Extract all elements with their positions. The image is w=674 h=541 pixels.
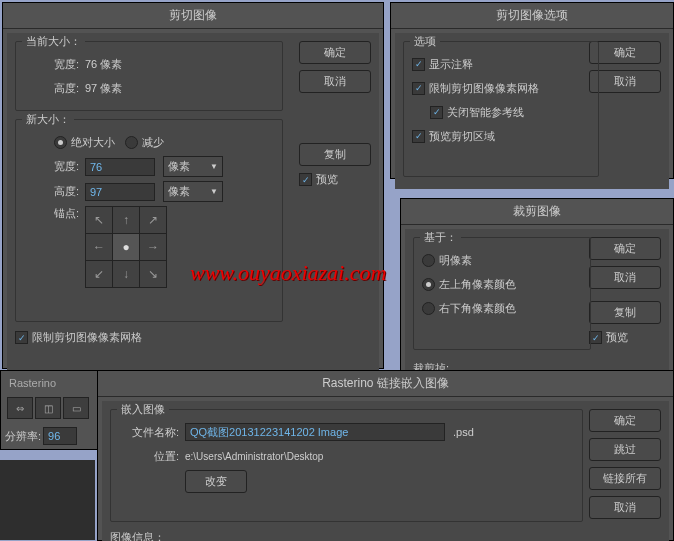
filename-label: 文件名称:	[119, 425, 179, 440]
crop-image-panel: 裁剪图像 确定 取消 复制 ✓预览 基于： 明像素 左上角像素颜色 右下角像素颜…	[400, 198, 674, 390]
ok-button[interactable]: 确定	[299, 41, 371, 64]
resolution-label: 分辨率:	[5, 429, 41, 444]
link-embed-panel: Rasterino 链接嵌入图像 确定 跳过 链接所有 取消 嵌入图像 文件名称…	[97, 370, 674, 541]
decrease-radio[interactable]: 减少	[125, 135, 164, 150]
new-height-label: 高度:	[24, 184, 79, 199]
anchor-grid: ↖ ↑ ↗ ← ● → ↙ ↓ ↘	[85, 206, 167, 288]
height-unit-select[interactable]: 像素▼	[163, 181, 223, 202]
location-value: e:\Users\Administrator\Desktop	[185, 451, 323, 462]
anchor-w[interactable]: ←	[86, 234, 112, 260]
cancel-button[interactable]: 取消	[589, 496, 661, 519]
constrain-grid-checkbox[interactable]: ✓限制剪切图像像素网格	[412, 81, 539, 96]
panel-title: 剪切图像选项	[391, 3, 673, 29]
image-info-label: 图像信息：	[110, 531, 165, 541]
anchor-e[interactable]: →	[140, 234, 166, 260]
file-ext: .psd	[453, 426, 474, 438]
panel-title: 剪切图像	[3, 3, 383, 29]
ok-button[interactable]: 确定	[589, 237, 661, 260]
filename-input[interactable]	[185, 423, 445, 441]
ok-button[interactable]: 确定	[589, 409, 661, 432]
crop-icon[interactable]: ◫	[35, 397, 61, 419]
change-button[interactable]: 改变	[185, 470, 247, 493]
copy-button[interactable]: 复制	[299, 143, 371, 166]
topleft-radio[interactable]: 左上角像素颜色	[422, 277, 516, 292]
new-size-label: 新大小：	[22, 112, 74, 127]
location-label: 位置:	[119, 449, 179, 464]
new-height-input[interactable]	[85, 183, 155, 201]
trim-image-panel: 剪切图像 确定 取消 当前大小： 宽度:76 像素 高度:97 像素 复制 ✓预…	[2, 2, 384, 369]
ok-button[interactable]: 确定	[589, 41, 661, 64]
width-label: 宽度:	[24, 57, 79, 72]
cancel-button[interactable]: 取消	[589, 266, 661, 289]
disable-guides-checkbox[interactable]: ✓关闭智能参考线	[430, 105, 524, 120]
anchor-n[interactable]: ↑	[113, 207, 139, 233]
preview-checkbox[interactable]: ✓预览	[589, 330, 661, 345]
height-value: 97 像素	[85, 81, 122, 96]
trim-options-panel: 剪切图像选项 确定 取消 选项 ✓显示注释 ✓限制剪切图像像素网格 ✓关闭智能参…	[390, 2, 674, 179]
cancel-button[interactable]: 取消	[589, 70, 661, 93]
panel-title: Rasterino 链接嵌入图像	[98, 371, 673, 397]
show-notes-checkbox[interactable]: ✓显示注释	[412, 57, 473, 72]
sidebar-title: Rasterino	[5, 375, 99, 391]
anchor-center[interactable]: ●	[113, 234, 139, 260]
constrain-checkbox[interactable]: ✓限制剪切图像像素网格	[15, 330, 142, 345]
width-unit-select[interactable]: 像素▼	[163, 156, 223, 177]
copy-button[interactable]: 复制	[589, 301, 661, 324]
anchor-label: 锚点:	[24, 206, 79, 221]
absolute-radio[interactable]: 绝对大小	[54, 135, 115, 150]
width-value: 76 像素	[85, 57, 122, 72]
embed-label: 嵌入图像	[117, 402, 169, 417]
new-width-input[interactable]	[85, 158, 155, 176]
anchor-se[interactable]: ↘	[140, 261, 166, 287]
link-icon[interactable]: ⇔	[7, 397, 33, 419]
link-all-button[interactable]: 链接所有	[589, 467, 661, 490]
options-label: 选项	[410, 34, 440, 49]
skip-button[interactable]: 跳过	[589, 438, 661, 461]
panel-title: 裁剪图像	[401, 199, 673, 225]
chevron-down-icon: ▼	[210, 162, 218, 171]
chevron-down-icon: ▼	[210, 187, 218, 196]
anchor-s[interactable]: ↓	[113, 261, 139, 287]
anchor-ne[interactable]: ↗	[140, 207, 166, 233]
new-width-label: 宽度:	[24, 159, 79, 174]
bottomright-radio[interactable]: 右下角像素颜色	[422, 301, 516, 316]
preview-checkbox[interactable]: ✓预览	[299, 172, 371, 187]
cancel-button[interactable]: 取消	[299, 70, 371, 93]
anchor-sw[interactable]: ↙	[86, 261, 112, 287]
trim-icon[interactable]: ▭	[63, 397, 89, 419]
transparent-radio[interactable]: 明像素	[422, 253, 472, 268]
current-size-label: 当前大小：	[22, 34, 85, 49]
height-label: 高度:	[24, 81, 79, 96]
based-on-label: 基于：	[420, 230, 461, 245]
resolution-input[interactable]	[43, 427, 77, 445]
dark-area	[0, 460, 95, 540]
rasterino-sidebar: Rasterino ⇔ ◫ ▭ 分辨率:	[0, 370, 104, 450]
anchor-nw[interactable]: ↖	[86, 207, 112, 233]
preview-area-checkbox[interactable]: ✓预览剪切区域	[412, 129, 495, 144]
